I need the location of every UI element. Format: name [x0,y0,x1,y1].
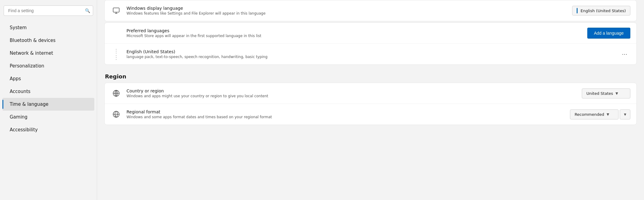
search-input[interactable] [4,5,93,16]
sidebar-item-time-language[interactable]: Time & language [2,98,94,111]
blue-accent-bar [577,8,578,13]
svg-rect-0 [113,8,119,12]
monitor-icon [111,5,122,16]
preferred-languages-desc: Microsoft Store apps will appear in the … [126,34,582,38]
section-spacer [104,66,637,67]
language-badge[interactable]: English (United States) [572,6,630,16]
preferred-languages-card: Preferred languages Microsoft Store apps… [104,22,637,65]
sidebar-item-apps[interactable]: Apps [2,72,94,85]
regional-format-dropdown[interactable]: Recommended ▼ [570,109,619,119]
country-region-text: Country or region Windows and apps might… [126,88,577,98]
country-region-dropdown[interactable]: United States ▼ [582,88,630,98]
sidebar-item-gaming[interactable]: Gaming [2,111,94,123]
english-us-title: English (United States) [126,49,614,54]
regional-format-row: A Regional format Windows and some apps … [105,104,636,125]
preferred-languages-row: Preferred languages Microsoft Store apps… [105,23,636,44]
sidebar-item-label: Time & language [10,102,49,107]
sidebar-item-label: Network & internet [10,50,53,56]
language-badge-value: English (United States) [581,9,626,13]
sidebar-item-accessibility[interactable]: Accessibility [2,123,94,136]
regional-format-chevron: ▼ [607,112,609,116]
sidebar-item-label: Gaming [10,114,28,120]
sidebar-item-label: System [10,25,27,30]
region-card: Country or region Windows and apps might… [104,83,637,125]
sidebar-item-label: Accessibility [10,127,38,133]
country-region-chevron: ▼ [615,91,618,95]
sidebar-item-network[interactable]: Network & internet [2,47,94,60]
main-content: Windows display language Windows feature… [97,0,644,200]
country-region-desc: Windows and apps might use your country … [126,94,577,98]
search-icon: 🔍 [85,8,90,13]
regional-format-value: Recommended [575,112,604,117]
regional-format-text: Regional format Windows and some apps fo… [126,109,565,119]
windows-display-language-card: Windows display language Windows feature… [104,0,637,21]
country-region-action: United States ▼ [582,88,630,98]
english-us-action: ⋯ [619,50,630,59]
svg-text:A: A [115,115,116,117]
preferred-languages-action: Add a language [587,28,630,39]
country-region-row: Country or region Windows and apps might… [105,83,636,104]
drag-handle[interactable]: ⋮⋮ [111,49,122,60]
sidebar-item-label: Bluetooth & devices [10,38,56,43]
add-language-button[interactable]: Add a language [587,28,630,39]
sidebar-item-label: Personalization [10,63,44,69]
country-region-value: United States [586,91,613,96]
regional-format-desc: Windows and some apps format dates and t… [126,115,565,119]
globe-text-icon: A [111,109,122,120]
sidebar-item-bluetooth[interactable]: Bluetooth & devices [2,34,94,47]
globe-icon [111,88,122,99]
preferred-languages-title: Preferred languages [126,28,582,33]
windows-display-language-desc: Windows features like Settings and File … [126,11,567,16]
preferred-languages-icon [111,28,122,39]
regional-format-expand-button[interactable]: ▼ [620,109,630,119]
preferred-languages-text: Preferred languages Microsoft Store apps… [126,28,582,38]
windows-display-language-text: Windows display language Windows feature… [126,6,567,16]
region-heading: Region [104,73,637,80]
sidebar-item-system[interactable]: System [2,21,94,34]
english-us-more-button[interactable]: ⋯ [619,50,630,59]
english-us-desc: language pack, text-to-speech, speech re… [126,55,614,59]
sidebar-item-label: Accounts [10,89,30,94]
windows-display-language-title: Windows display language [126,6,567,11]
search-box[interactable]: 🔍 [4,5,93,16]
windows-display-language-action: English (United States) [572,6,630,16]
sidebar: 🔍 SystemBluetooth & devicesNetwork & int… [0,0,97,200]
english-us-row: ⋮⋮ English (United States) language pack… [105,44,636,64]
regional-format-action: Recommended ▼ ▼ [570,109,630,119]
sidebar-item-personalization[interactable]: Personalization [2,60,94,72]
sidebar-item-accounts[interactable]: Accounts [2,85,94,98]
country-region-title: Country or region [126,88,577,93]
regional-format-title: Regional format [126,109,565,114]
english-us-text: English (United States) language pack, t… [126,49,614,59]
windows-display-language-row: Windows display language Windows feature… [105,0,636,21]
sidebar-item-label: Apps [10,76,21,81]
